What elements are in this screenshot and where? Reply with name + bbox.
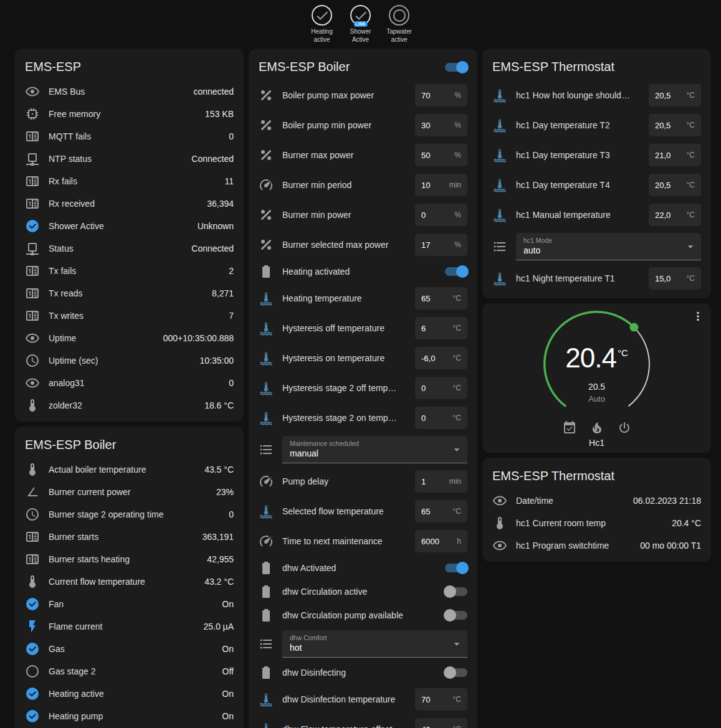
number-input[interactable]: 70°C: [415, 688, 467, 711]
flash-icon: [25, 619, 40, 634]
chevron-down-icon: [450, 443, 464, 456]
entity-row[interactable]: Burner stage 2 operating time0: [15, 503, 244, 526]
entity-row: dhw Activated: [249, 556, 477, 580]
number-input[interactable]: 20,5°C: [649, 174, 701, 196]
entity-row[interactable]: GasOn: [15, 638, 244, 660]
entity-row: dhw Disinfection temperature70°C: [249, 684, 477, 714]
status-badge[interactable]: Tapwater active: [383, 5, 416, 44]
entity-row: Maintenance scheduledmanual: [249, 433, 477, 466]
card-header-toggle[interactable]: [445, 63, 467, 72]
entity-label: Shower Active: [49, 221, 189, 231]
entity-row[interactable]: Burner starts heating42,955: [15, 548, 244, 570]
number-input[interactable]: -6,0°C: [415, 347, 467, 369]
entity-row[interactable]: Uptime (sec)10:35:00: [15, 349, 244, 372]
check-icon: [353, 8, 368, 23]
number-input[interactable]: 1min: [415, 470, 467, 493]
percent-icon: [259, 118, 274, 133]
entity-label: Time to next maintenance: [282, 536, 406, 546]
number-input[interactable]: 30%: [415, 114, 467, 136]
entity-value: 23%: [216, 487, 234, 497]
number-input[interactable]: 65°C: [415, 287, 467, 310]
entity-row[interactable]: Current flow temperature43.2 °C: [15, 570, 244, 593]
entity-row[interactable]: Burner current power23%: [15, 481, 244, 503]
entity-row[interactable]: StatusConnected: [15, 237, 244, 260]
number-value: 40: [421, 725, 430, 728]
number-input[interactable]: 10min: [415, 174, 467, 196]
entity-toggle[interactable]: [445, 611, 467, 620]
number-input[interactable]: 0°C: [415, 407, 467, 429]
number-input[interactable]: 70%: [415, 84, 467, 106]
eye-icon: [25, 376, 40, 390]
number-input[interactable]: 21,0°C: [649, 144, 701, 166]
check-circle-icon: [25, 597, 40, 612]
entity-row[interactable]: Tx reads8,271: [15, 282, 244, 305]
entity-value: Off: [222, 666, 234, 676]
more-menu-button[interactable]: [691, 310, 705, 323]
number-input[interactable]: 15,0°C: [649, 267, 701, 290]
current-temperature: 20.4°C: [541, 343, 653, 374]
entity-row[interactable]: NTP statusConnected: [15, 148, 244, 170]
card-title: EMS-ESP Boiler: [259, 60, 350, 74]
entity-row[interactable]: Burner starts363,191: [15, 526, 244, 548]
entity-toggle[interactable]: [445, 267, 467, 276]
entity-row[interactable]: zolder3218.6 °C: [15, 394, 244, 417]
entity-row[interactable]: analog310: [15, 372, 244, 394]
number-input[interactable]: 6°C: [415, 317, 467, 339]
status-badge[interactable]: Heating active: [305, 5, 339, 44]
entity-row: dhw Circulation active: [249, 580, 477, 603]
thermo-water-icon: [259, 351, 274, 366]
entity-row[interactable]: Flame current25.0 µA: [15, 615, 244, 638]
entity-row[interactable]: hc1 Program switchtime00 mo 00:00 T1: [482, 534, 711, 557]
select-input[interactable]: Maintenance scheduledmanual: [282, 436, 467, 463]
thermostat-dial[interactable]: 20.4°C20.5Auto: [541, 308, 653, 418]
number-input[interactable]: 6000h: [415, 530, 467, 552]
entity-value: 363,191: [202, 532, 234, 542]
select-input[interactable]: hc1 Modeauto: [516, 233, 701, 260]
number-input[interactable]: 20,5°C: [649, 84, 701, 106]
number-unit: °C: [453, 725, 461, 728]
entity-row[interactable]: EMS Busconnected: [15, 80, 244, 103]
entity-row[interactable]: hc1 Current room temp20.4 °C: [482, 512, 711, 534]
entity-label: Fan: [49, 599, 213, 609]
gauge-icon: [259, 534, 274, 549]
entity-label: Heating pump: [49, 711, 213, 721]
entity-row[interactable]: Shower ActiveUnknown: [15, 215, 244, 237]
counter-icon: [25, 263, 40, 278]
entity-toggle[interactable]: [445, 564, 467, 572]
entity-row[interactable]: Uptime000+10:35:00.888: [15, 327, 244, 349]
fire-button[interactable]: [590, 420, 604, 435]
entity-toggle[interactable]: [445, 668, 467, 677]
select-input[interactable]: dhw Comforthot: [282, 630, 467, 658]
dial-knob[interactable]: [629, 323, 638, 332]
entity-row[interactable]: MQTT fails0: [15, 125, 244, 148]
entity-row[interactable]: Heating activeOn: [15, 683, 244, 705]
number-input[interactable]: 0%: [415, 204, 467, 226]
power-button[interactable]: [617, 420, 632, 435]
status-badge[interactable]: LINKShower Active: [344, 5, 378, 44]
number-unit: h: [457, 537, 461, 546]
entity-row[interactable]: Tx writes7: [15, 305, 244, 327]
number-input[interactable]: 50%: [415, 144, 467, 166]
current-temperature-value: 20.4: [565, 343, 616, 373]
entity-row[interactable]: Actual boiler temperature43.5 °C: [15, 458, 244, 481]
number-input[interactable]: 20,5°C: [649, 114, 701, 136]
entity-row[interactable]: FanOn: [15, 593, 244, 615]
number-input[interactable]: 40°C: [415, 718, 467, 728]
chevron-down-icon: [684, 240, 697, 253]
number-input[interactable]: 22,0°C: [649, 204, 701, 226]
entity-row[interactable]: Gas stage 2Off: [15, 660, 244, 683]
number-input[interactable]: 17%: [415, 234, 467, 256]
calendar-check-button[interactable]: [562, 420, 577, 435]
entity-row[interactable]: Free memory153 KB: [15, 103, 244, 125]
entity-row[interactable]: Rx fails11: [15, 170, 244, 192]
number-value: 50: [421, 151, 430, 160]
number-input[interactable]: 0°C: [415, 377, 467, 399]
number-value: 20,5: [655, 91, 671, 100]
number-input[interactable]: 65°C: [415, 500, 467, 522]
entity-row[interactable]: Rx received36,394: [15, 192, 244, 215]
entity-row[interactable]: Heating pumpOn: [15, 705, 244, 727]
check-circle-icon: [25, 219, 40, 234]
entity-row[interactable]: Date/time06.02.2023 21:18: [482, 489, 711, 512]
entity-toggle[interactable]: [445, 587, 467, 596]
entity-row[interactable]: Tx fails2: [15, 260, 244, 282]
